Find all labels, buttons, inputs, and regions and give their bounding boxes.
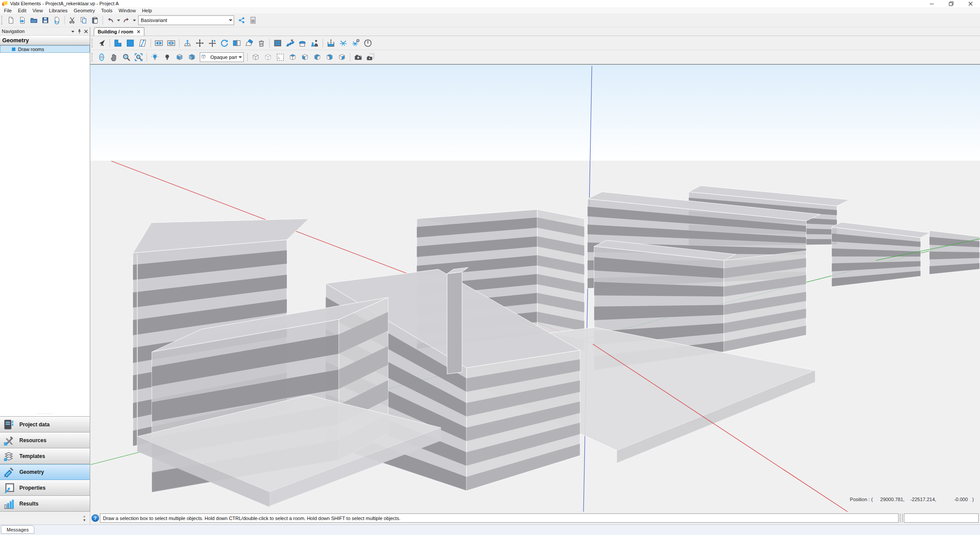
shaded-model-view-button[interactable] [186, 51, 198, 63]
redo-button[interactable] [121, 15, 132, 26]
export-button[interactable] [51, 15, 62, 26]
light-on-button[interactable] [149, 51, 161, 63]
redo-caret[interactable] [132, 15, 136, 26]
undo-caret[interactable] [116, 15, 121, 26]
menu-libraries[interactable]: Libraries [46, 8, 70, 13]
snap-rotation-tool[interactable] [350, 37, 361, 49]
view-corner-right-button[interactable] [324, 51, 335, 63]
raise-room-tool[interactable] [182, 37, 193, 49]
copy-pages-icon [80, 16, 88, 24]
clock-icon [363, 39, 372, 48]
drawing-toolbar [90, 36, 980, 50]
occupancy-tool[interactable] [309, 37, 320, 49]
delete-tool[interactable] [256, 37, 267, 49]
calculate-button[interactable] [248, 15, 258, 26]
close-button[interactable] [961, 0, 980, 7]
chevron-down-icon[interactable] [71, 29, 75, 33]
room-icon [12, 48, 15, 51]
mirror-tool[interactable] [165, 37, 177, 49]
toolbar-gripper[interactable] [92, 53, 94, 62]
floorplan-dashed-icon [276, 53, 285, 62]
collapse-chevron[interactable]: ▾ [83, 518, 85, 522]
wireframe-view-button[interactable] [250, 51, 261, 63]
cube-corner-right-icon [326, 53, 334, 61]
sidebar-geometry[interactable]: Geometry [0, 464, 90, 480]
display-mode-selector[interactable]: Opaque part [200, 52, 244, 62]
view-corner-left-button[interactable] [312, 51, 323, 63]
sidebar-results[interactable]: Results [0, 496, 90, 512]
open-button[interactable] [29, 15, 39, 26]
menu-view[interactable]: View [29, 8, 46, 13]
menu-file[interactable]: File [1, 8, 15, 13]
orbit-view-button[interactable] [96, 51, 107, 63]
panel-gripper[interactable]: ········· [0, 411, 90, 416]
undo-button[interactable] [105, 15, 116, 26]
close-panel-icon[interactable] [84, 29, 88, 33]
messages-tab[interactable]: Messages [1, 525, 34, 534]
workspace: Navigation Geometry Draw rooms ·········… [0, 27, 980, 512]
combo-arrow-icon[interactable] [237, 53, 243, 62]
hidden-line-view-button[interactable] [262, 51, 274, 63]
split-wall-tool[interactable] [231, 37, 242, 49]
tab-building-room[interactable]: Building / room [94, 27, 144, 36]
water-level-tool[interactable] [325, 37, 337, 49]
draw-room-polygon-tool[interactable] [112, 37, 124, 49]
tree-item-draw-rooms[interactable]: Draw rooms [0, 45, 90, 53]
view-side-button[interactable] [336, 51, 348, 63]
view-top-button[interactable] [287, 51, 298, 63]
erase-area-tool[interactable] [243, 37, 255, 49]
status-splitter[interactable] [900, 513, 903, 523]
menu-window[interactable]: Window [116, 8, 139, 13]
light-off-button[interactable] [161, 51, 173, 63]
move-tool[interactable] [194, 37, 206, 49]
new-project-button[interactable] [6, 15, 16, 26]
menu-edit[interactable]: Edit [15, 8, 29, 13]
restore-button[interactable] [941, 0, 961, 7]
snapshot-plan-button[interactable] [365, 51, 376, 63]
sidebar-templates[interactable]: Templates [0, 448, 90, 464]
save-button[interactable] [40, 15, 51, 26]
position-readout: Position : ( 29000.781, -22517.214, -0.0… [850, 497, 974, 502]
toolbar-gripper[interactable] [92, 39, 94, 48]
combo-arrow-icon[interactable] [227, 16, 234, 25]
variant-selector[interactable]: Basisvariant [138, 15, 234, 25]
snapshot-button[interactable] [352, 51, 364, 63]
copy-move-tool[interactable] [206, 37, 218, 49]
rotate-tool[interactable] [219, 37, 230, 49]
sidebar-project-data[interactable]: Project data [0, 417, 90, 432]
floorplan-view-button[interactable] [275, 51, 286, 63]
place-window-tool[interactable] [272, 37, 283, 49]
snap-reference-tool[interactable] [338, 37, 349, 49]
sidebar-properties[interactable]: Properties [0, 480, 90, 496]
menu-geometry[interactable]: Geometry [71, 8, 98, 13]
select-tool[interactable] [96, 37, 107, 49]
zoom-view-button[interactable] [121, 51, 132, 63]
menu-help[interactable]: Help [139, 8, 155, 13]
menu-tools[interactable]: Tools [98, 8, 116, 13]
sidebar-results-label: Results [19, 501, 38, 507]
shaded-floors-view-button[interactable] [174, 51, 185, 63]
cut-button[interactable] [67, 15, 77, 26]
share-button[interactable] [236, 15, 247, 26]
copy-button[interactable] [78, 15, 89, 26]
flip-horizontal-tool[interactable] [153, 37, 165, 49]
sidebar-resources[interactable]: Resources [0, 432, 90, 448]
place-solar-panels-tool[interactable] [284, 37, 296, 49]
viewport-3d[interactable]: Position : ( 29000.781, -22517.214, -0.0… [90, 64, 980, 512]
import-button[interactable] [17, 15, 28, 26]
pan-view-button[interactable] [108, 51, 120, 63]
time-tool[interactable] [362, 37, 374, 49]
place-awning-tool[interactable] [297, 37, 308, 49]
tab-close-icon[interactable] [137, 30, 140, 33]
position-y: -22517.214, [904, 497, 936, 502]
view-front-button[interactable] [299, 51, 311, 63]
paste-button[interactable] [90, 15, 100, 26]
draw-partition-tool[interactable] [137, 37, 148, 49]
pin-icon[interactable] [77, 29, 81, 34]
copy-move-icon [208, 39, 217, 48]
zoom-extents-icon [134, 53, 143, 62]
draw-room-rectangle-tool[interactable] [125, 37, 136, 49]
zoom-extents-button[interactable] [133, 51, 144, 63]
toolbar-gripper[interactable] [1, 16, 4, 25]
minimize-button[interactable] [922, 0, 941, 7]
